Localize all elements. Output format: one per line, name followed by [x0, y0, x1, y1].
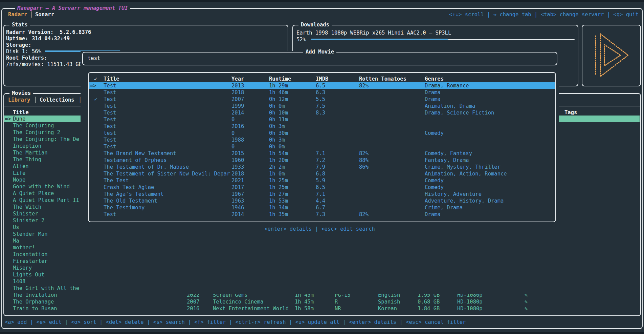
cell-runtime: 0h 0m — [269, 143, 285, 150]
cell-title: Test — [104, 103, 116, 109]
result-row[interactable]: Test19880h 3m — [89, 137, 555, 143]
result-row[interactable]: Test20160h 3m — [89, 123, 555, 130]
result-row[interactable]: The Test20211h 25m5.9Comedy — [89, 177, 555, 184]
cell-runtime: 1h 53m — [269, 197, 288, 204]
cell-movie-title: Sinister — [13, 210, 38, 217]
cell-movie-title: Alien — [13, 163, 29, 170]
column-header: Genres — [425, 76, 444, 82]
cell-runtime: 0h 3m — [269, 123, 285, 130]
cell-movie-title: The Girl with All the — [13, 285, 79, 292]
tab-radarr[interactable]: Radarr — [8, 11, 27, 18]
result-row[interactable]: Test19990h 0m7.5Animation, Drama — [89, 103, 555, 109]
cell-title: test — [104, 130, 116, 137]
result-row[interactable]: Test20141h 35m7.382%Drama — [89, 211, 555, 218]
cell-movie-title: Slender Man — [13, 231, 48, 237]
result-row[interactable]: Test00h 0m — [89, 143, 555, 150]
cell-runtime: 1h 20m — [269, 157, 288, 164]
result-row[interactable]: Test20181h 46m6.3Drama — [89, 89, 555, 96]
cell-movie-title: Inception — [13, 143, 41, 149]
cell-runtime: 0h 10m — [269, 109, 288, 116]
cell-imdb: 5.5 — [316, 96, 325, 103]
search-input[interactable]: test — [88, 55, 100, 62]
cell-year: 1963 — [231, 197, 244, 204]
result-row[interactable]: The Testament of Dr. Mabuse19332h 2m7.98… — [89, 164, 555, 170]
root-folders-label: Root Folders: — [6, 55, 47, 61]
result-row[interactable]: The Brand New Testament20151h 54m7.182%C… — [89, 150, 555, 157]
result-row[interactable]: The Aga's Testament19671h 27m7.1History,… — [89, 191, 555, 197]
result-row[interactable]: The Testament of Sister New Devil: Depar… — [89, 170, 555, 177]
cell-genres: Animation, Action, Romance — [425, 170, 507, 177]
cell-runtime: 1h 35m — [269, 211, 288, 218]
selection-arrow-icon: => — [5, 116, 11, 122]
result-row[interactable]: Crash Test Aglae20171h 25m6.5Comedy — [89, 184, 555, 191]
library-row[interactable]: Train to Busan2016Next Entertainment Wor… — [0, 305, 644, 312]
cell-quality: HD-1080p — [457, 305, 483, 312]
cell-rotten-tomatoes: 86% — [359, 164, 369, 170]
cell-year: 1946 — [231, 204, 244, 211]
cell-runtime: 1h 58m — [295, 305, 314, 312]
cell-rotten-tomatoes: 82% — [359, 211, 369, 218]
uptime-value: 31d 04:32:49 — [32, 35, 70, 42]
cell-genres: History, Adventure — [425, 191, 482, 197]
cell-title: The Testimony — [104, 204, 145, 211]
cell-movie-title: Incantation — [13, 251, 48, 258]
result-row[interactable]: Test20140h 10m8.3Drama, Science Fiction — [89, 109, 555, 116]
storage-label: Storage: — [6, 42, 31, 48]
downloads-panel-title: Downloads — [298, 21, 332, 28]
cell-movie-title: A Quiet Place — [13, 190, 54, 197]
cell-title: Test — [104, 82, 116, 89]
cell-title: Test — [104, 123, 116, 130]
cell-runtime: 1h 34m — [269, 204, 288, 211]
cell-year: 2018 — [231, 89, 244, 96]
cell-runtime: 1h 46m — [269, 89, 288, 96]
check-column-icon: ✓ — [94, 76, 97, 82]
selection-arrow-icon: => — [90, 82, 96, 89]
result-row[interactable]: =>Test20131h 29m6.582%Drama, Romance — [89, 82, 555, 89]
cell-year: 0 — [231, 130, 235, 137]
cell-movie-title: The Thing — [13, 156, 41, 163]
cell-genres: Drama — [425, 211, 441, 218]
cell-year: 2007 — [187, 298, 199, 305]
column-header: Rotten Tomatoes — [359, 76, 406, 82]
result-row[interactable]: Test00h 11m — [89, 116, 555, 123]
cell-genres: Comedy — [425, 130, 444, 137]
cell-title: The Brand New Testament — [104, 150, 176, 157]
cell-title: Test — [104, 109, 116, 116]
cell-year: 2021 — [231, 177, 244, 184]
result-row[interactable]: The Testimony19461h 34m6.7Crime, Drama — [89, 204, 555, 211]
cell-title: Testament of Orpheus — [104, 157, 167, 164]
cell-size: 1.84 GB — [418, 305, 440, 312]
cell-title: The Test — [104, 177, 129, 184]
cell-title: The Aga's Testament — [104, 191, 163, 197]
result-row[interactable]: test00h 30mComedy — [89, 130, 555, 137]
cell-movie-title: Misery — [13, 265, 32, 271]
library-title-column-header[interactable]: Title — [13, 109, 29, 116]
cell-studio: Next Entertainment World — [213, 305, 289, 312]
cell-imdb: 8.3 — [316, 109, 325, 116]
library-row[interactable]: The Orphanage2007Telecinco Cinema1h 45mR… — [0, 298, 644, 305]
cell-movie-title: 1408 — [13, 278, 25, 285]
cell-imdb: 7.2 — [316, 157, 325, 164]
cell-imdb: 6.5 — [316, 82, 325, 89]
cell-runtime: 0h 30m — [269, 130, 288, 137]
add-movie-results-table: ✓TitleYearRuntimeIMDBRotten TomatoesGenr… — [88, 72, 556, 222]
tab-divider: │ — [34, 97, 37, 103]
column-header: Title — [104, 76, 119, 82]
cell-runtime: 2h 2m — [269, 164, 285, 170]
cell-year: 1960 — [231, 157, 244, 164]
cell-year: 1988 — [231, 137, 244, 143]
cell-year: 2007 — [231, 96, 244, 103]
add-movie-search-box[interactable]: Add Movie test — [82, 52, 557, 65]
disk-percent: 56% — [32, 48, 41, 55]
add-movie-popup-title: Add Movie — [303, 48, 336, 55]
result-row[interactable]: ✓Test20070h 12m5.5Drama — [89, 96, 555, 103]
result-row[interactable]: Testament of Orpheus19601h 20m7.288%Fant… — [89, 157, 555, 164]
library-tags-column-header[interactable]: Tags — [564, 109, 577, 116]
cell-imdb: 7.3 — [316, 211, 325, 218]
tab-library[interactable]: Library — [8, 97, 30, 103]
cell-year: 1933 — [231, 164, 244, 170]
cell-movie-title: Sinister 2 — [13, 217, 44, 224]
tab-sonarr[interactable]: Sonarr — [35, 11, 54, 18]
tab-collections[interactable]: Collections — [40, 97, 74, 103]
result-row[interactable]: The Old Testament19631h 53m4.4Adventure,… — [89, 197, 555, 204]
